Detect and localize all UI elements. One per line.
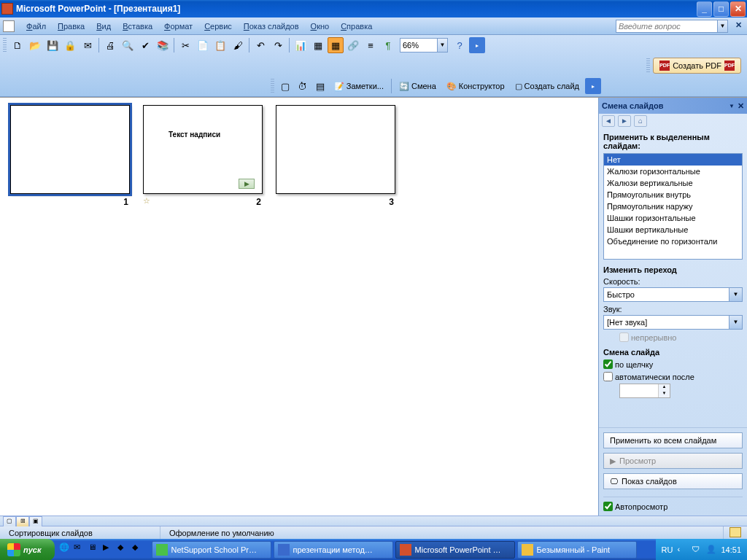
menu-view[interactable]: Вид: [90, 20, 117, 32]
start-button[interactable]: пуск: [0, 539, 55, 560]
taskbar-item-word[interactable]: презентации метод…: [274, 541, 393, 559]
auto-after-checkbox-row[interactable]: автоматически после: [603, 372, 743, 381]
quick-launch-app-icon[interactable]: ◆: [117, 542, 131, 557]
tray-icon[interactable]: ‹: [677, 545, 687, 555]
chevron-down-icon[interactable]: ▼: [729, 287, 743, 302]
copy-icon[interactable]: 📄: [195, 37, 211, 53]
slide-transition-button[interactable]: 🔄 Смена: [395, 78, 441, 94]
expand-all-icon[interactable]: ≡: [363, 37, 379, 53]
on-click-checkbox[interactable]: [603, 359, 613, 369]
slide-thumbnail-2[interactable]: Текст надписи ▶: [143, 105, 263, 194]
toolbar-options-icon[interactable]: ▸: [585, 78, 601, 94]
autopreview-checkbox[interactable]: [603, 502, 613, 511]
slide-thumbnail-3[interactable]: [276, 105, 395, 194]
slideshow-view-button[interactable]: ▣: [29, 516, 42, 526]
menu-help[interactable]: Справка: [335, 20, 378, 32]
cut-icon[interactable]: ✂: [177, 37, 193, 53]
create-pdf-button[interactable]: PDF Создать PDF PDF: [653, 58, 741, 74]
speed-value[interactable]: [603, 287, 729, 302]
undo-icon[interactable]: ↶: [252, 37, 268, 53]
email-icon[interactable]: ✉: [80, 37, 96, 53]
auto-after-time-spinner[interactable]: ▲▼: [619, 384, 670, 398]
new-document-icon[interactable]: 🗋: [9, 37, 26, 53]
autopreview-checkbox-row[interactable]: Автопросмотр: [603, 497, 743, 511]
print-icon[interactable]: 🖨: [102, 37, 118, 53]
window-minimize-button[interactable]: _: [697, 1, 712, 17]
quick-launch-media-icon[interactable]: ▶: [103, 542, 116, 557]
task-pane-menu-dropdown[interactable]: ▼: [729, 103, 735, 109]
new-slide-button[interactable]: ▢ Создать слайд: [511, 78, 584, 94]
spinner-down-icon[interactable]: ▼: [659, 391, 670, 397]
document-control-icon[interactable]: [3, 20, 15, 32]
menu-slideshow[interactable]: Показ слайдов: [238, 20, 305, 32]
toolbar-options-icon[interactable]: ▸: [469, 37, 485, 53]
quick-launch-desktop-icon[interactable]: 🖥: [88, 542, 101, 557]
task-pane-home-button[interactable]: ⌂: [634, 115, 647, 127]
tray-user-icon[interactable]: 👤: [706, 545, 716, 555]
window-maximize-button[interactable]: □: [713, 1, 729, 17]
window-close-button[interactable]: ✕: [730, 1, 746, 17]
taskbar-item-paint[interactable]: Безымянный - Paint: [517, 541, 637, 559]
sound-value[interactable]: [603, 315, 729, 330]
menu-edit[interactable]: Правка: [52, 20, 90, 32]
taskbar-item-netsupport[interactable]: NetSupport School Pr…: [152, 541, 271, 559]
format-painter-icon[interactable]: 🖌: [230, 37, 246, 53]
document-close-button[interactable]: ✕: [732, 20, 744, 32]
clock[interactable]: 14:51: [721, 545, 741, 554]
help-search-input[interactable]: [616, 20, 718, 33]
speed-select[interactable]: ▼: [603, 287, 743, 302]
chevron-down-icon[interactable]: ▼: [729, 315, 743, 330]
open-icon[interactable]: 📂: [27, 37, 43, 53]
menu-file[interactable]: Файл: [20, 20, 52, 32]
research-icon[interactable]: 📚: [155, 37, 171, 53]
transition-item-none[interactable]: Нет: [604, 154, 742, 166]
transition-item[interactable]: Шашки горизонтальные: [604, 212, 742, 224]
transition-item[interactable]: Жалюзи вертикальные: [604, 177, 742, 189]
preview-button[interactable]: ▶ Просмотр: [603, 453, 743, 469]
rehearse-timings-icon[interactable]: ⏱: [295, 78, 311, 94]
transition-item[interactable]: Прямоугольник наружу: [604, 201, 742, 212]
toolbar-grip[interactable]: [3, 38, 7, 52]
redo-icon[interactable]: ↷: [270, 37, 286, 53]
hide-slide-icon[interactable]: ▢: [277, 78, 293, 94]
hyperlink-icon[interactable]: 🔗: [345, 37, 361, 53]
toolbar-grip[interactable]: [646, 58, 650, 73]
slideshow-button[interactable]: 🖵 Показ слайдов: [603, 473, 743, 489]
chart-icon[interactable]: 📊: [293, 37, 309, 53]
quick-launch-ie-icon[interactable]: 🌐: [59, 542, 72, 557]
menu-format[interactable]: Формат: [158, 20, 198, 32]
paste-icon[interactable]: 📋: [212, 37, 228, 53]
task-pane-close-button[interactable]: ✕: [738, 101, 744, 111]
summary-slide-icon[interactable]: ▤: [312, 78, 328, 94]
on-click-checkbox-row[interactable]: по щелчку: [603, 359, 743, 369]
quick-launch-app-icon[interactable]: ◆: [132, 542, 145, 557]
speaker-notes-button[interactable]: 📝 Заметки...: [330, 78, 388, 94]
print-preview-icon[interactable]: 🔍: [120, 37, 136, 53]
tables-borders-icon[interactable]: ▦: [328, 37, 344, 53]
language-indicator[interactable]: RU: [662, 545, 673, 554]
menu-window[interactable]: Окно: [305, 20, 336, 32]
save-icon[interactable]: 💾: [44, 37, 61, 53]
table-icon[interactable]: ▦: [310, 37, 326, 53]
sound-select[interactable]: ▼: [603, 315, 743, 330]
task-pane-back-button[interactable]: ◄: [602, 115, 615, 127]
quick-launch-outlook-icon[interactable]: ✉: [74, 542, 87, 557]
help-search-dropdown[interactable]: ▼: [718, 20, 728, 33]
tray-security-icon[interactable]: 🛡: [692, 545, 702, 555]
slide-sorter-view[interactable]: 1 Текст надписи ▶ ☆ 2 3: [0, 98, 598, 516]
taskbar-item-powerpoint[interactable]: Microsoft PowerPoint …: [395, 541, 515, 559]
slide-sorter-view-button[interactable]: ⊞: [16, 516, 29, 526]
task-pane-forward-button[interactable]: ►: [618, 115, 631, 127]
apply-to-all-button[interactable]: Применить ко всем слайдам: [603, 432, 743, 448]
toolbar-grip[interactable]: [271, 79, 274, 93]
spinner-up-icon[interactable]: ▲: [659, 384, 670, 391]
animation-play-icon[interactable]: ▶: [239, 179, 255, 189]
zoom-input[interactable]: [400, 38, 438, 52]
transition-item[interactable]: Шашки вертикальные: [604, 224, 742, 236]
menu-insert[interactable]: Вставка: [117, 20, 158, 32]
auto-after-checkbox[interactable]: [603, 372, 613, 381]
permission-icon[interactable]: 🔒: [62, 37, 78, 53]
spellcheck-icon[interactable]: ✔: [137, 37, 153, 53]
transition-item[interactable]: Жалюзи горизонтальные: [604, 166, 742, 177]
show-formatting-icon[interactable]: ¶: [380, 37, 396, 53]
